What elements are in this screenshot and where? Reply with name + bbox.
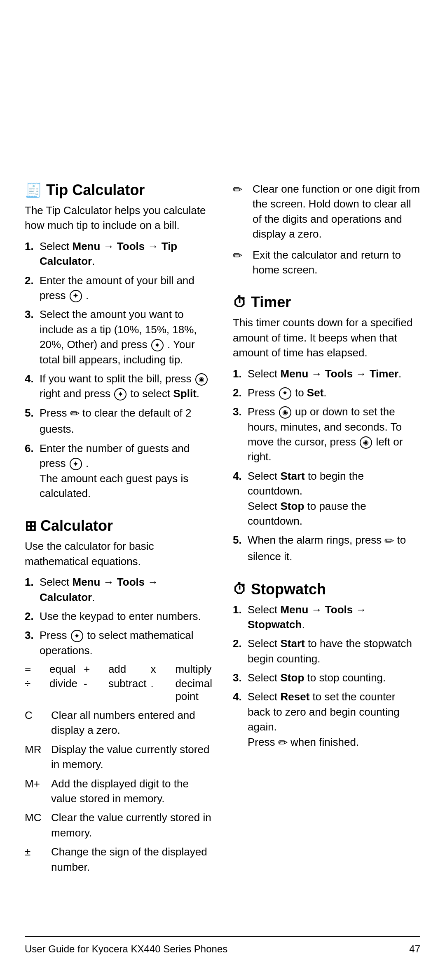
- stopwatch-section: ⏱ Stopwatch 1. Select Menu → Tools → Sto…: [233, 581, 420, 751]
- tip-calculator-section: 🧾 Tip Calculator The Tip Calculator help…: [25, 181, 212, 501]
- ok-icon-step4: ✦: [114, 388, 126, 400]
- stopwatch-title: ⏱ Stopwatch: [233, 581, 420, 598]
- timer-title: ⏱ Timer: [233, 294, 420, 311]
- nav-icon-timer3b: ◉: [360, 436, 372, 449]
- tip-step-2: 2. Enter the amount of your bill and pre…: [25, 273, 212, 303]
- stopwatch-step-2: 2. Select Start to have the stopwatch be…: [233, 636, 420, 666]
- tip-bullet-1: ✏ Clear one function or one digit from t…: [233, 181, 420, 242]
- stopwatch-steps: 1. Select Menu → Tools → Stopwatch. 2. S…: [233, 602, 420, 751]
- footer-rule: [25, 936, 420, 937]
- timer-steps: 1. Select Menu → Tools → Timer. 2. Press…: [233, 366, 420, 564]
- left-column: 🧾 Tip Calculator The Tip Calculator help…: [25, 181, 212, 891]
- tip-step-5: 5. Press ✏ to clear the default of 2 gue…: [25, 405, 212, 437]
- calculator-intro: Use the calculator for basic mathematica…: [25, 539, 212, 569]
- key-mc: MC Clear the value currently stored in m…: [25, 810, 212, 840]
- done-icon: ✏: [278, 735, 288, 751]
- timer-step-1: 1. Select Menu → Tools → Timer.: [233, 366, 420, 381]
- tip-bullet-list: ✏ Clear one function or one digit from t…: [233, 181, 420, 277]
- tip-bullet-section: ✏ Clear one function or one digit from t…: [233, 181, 420, 277]
- two-column-layout: 🧾 Tip Calculator The Tip Calculator help…: [25, 181, 420, 891]
- calculator-icon: ⊞: [25, 518, 36, 534]
- silence-icon: ✏: [384, 533, 394, 549]
- timer-intro: This timer counts down for a specified a…: [233, 315, 420, 360]
- tip-step-6: 6. Enter the number of guests and press …: [25, 441, 212, 501]
- stopwatch-step-3: 3. Select Stop to stop counting.: [233, 670, 420, 685]
- calc-step-2: 2. Use the keypad to enter numbers.: [25, 609, 212, 624]
- ok-icon-step3: ✦: [151, 339, 164, 351]
- stopwatch-step-4: 4. Select Reset to set the counter back …: [233, 689, 420, 751]
- nav-icon-right: ◉: [195, 373, 208, 386]
- key-mplus: M+ Add the displayed digit to the value …: [25, 776, 212, 806]
- right-column: ✏ Clear one function or one digit from t…: [233, 181, 420, 767]
- tip-step-3: 3. Select the amount you want to include…: [25, 307, 212, 367]
- calculator-steps: 1. Select Menu → Tools → Calculator. 2. …: [25, 575, 212, 658]
- calc-step-1: 1. Select Menu → Tools → Calculator.: [25, 575, 212, 605]
- content-area: 🧾 Tip Calculator The Tip Calculator help…: [0, 0, 445, 924]
- calc-step-3: 3. Press ✦ to select mathematical operat…: [25, 628, 212, 658]
- timer-section: ⏱ Timer This timer counts down for a spe…: [233, 294, 420, 564]
- stopwatch-icon: ⏱: [233, 581, 247, 597]
- calculator-title: ⊞ Calculator: [25, 517, 212, 535]
- tip-calculator-heading: Tip Calculator: [46, 181, 145, 199]
- stopwatch-step-1: 1. Select Menu → Tools → Stopwatch.: [233, 602, 420, 632]
- timer-icon: ⏱: [233, 294, 247, 311]
- tip-bullet-2: ✏ Exit the calculator and return to home…: [233, 247, 420, 278]
- pencil-clear-icon: ✏: [233, 181, 248, 198]
- ok-icon-step6: ✦: [70, 458, 82, 470]
- page-footer: User Guide for Kyocera KX440 Series Phon…: [0, 943, 445, 955]
- timer-step-3: 3. Press ◉ up or down to set the hours, …: [233, 404, 420, 464]
- nav-icon-timer3: ◉: [279, 406, 291, 419]
- tip-calculator-steps: 1. Select Menu → Tools → Tip Calculator.…: [25, 239, 212, 501]
- tip-step-4: 4. If you want to split the bill, press …: [25, 371, 212, 401]
- tip-calculator-icon: 🧾: [25, 182, 42, 198]
- operations-table: = equal + add x multiply ÷ divide - subt…: [25, 663, 212, 703]
- ok-icon-timer2: ✦: [279, 387, 291, 400]
- tip-calculator-title: 🧾 Tip Calculator: [25, 181, 212, 199]
- ok-icon-step2: ✦: [70, 290, 82, 302]
- page-number: 47: [409, 943, 420, 955]
- timer-step-2: 2. Press ✦ to Set.: [233, 385, 420, 400]
- stopwatch-heading: Stopwatch: [251, 581, 326, 598]
- clear-icon-step5: ✏: [70, 405, 80, 422]
- timer-step-5: 5. When the alarm rings, press ✏ to sile…: [233, 532, 420, 564]
- timer-heading: Timer: [251, 294, 291, 311]
- tip-step-1: 1. Select Menu → Tools → Tip Calculator.: [25, 239, 212, 269]
- calculator-key-list: C Clear all numbers entered and display …: [25, 708, 212, 874]
- timer-step-4: 4. Select Start to begin the countdown.S…: [233, 469, 420, 529]
- key-mr: MR Display the value currently stored in…: [25, 742, 212, 772]
- calculator-section: ⊞ Calculator Use the calculator for basi…: [25, 517, 212, 874]
- ok-icon-calc-step3: ✦: [71, 630, 83, 642]
- page: 🧾 Tip Calculator The Tip Calculator help…: [0, 0, 445, 980]
- calculator-heading: Calculator: [40, 517, 113, 535]
- key-pm: ± Change the sign of the displayed numbe…: [25, 844, 212, 874]
- key-c: C Clear all numbers entered and display …: [25, 708, 212, 738]
- tip-calculator-intro: The Tip Calculator helps you calculate h…: [25, 203, 212, 233]
- pencil-exit-icon: ✏: [233, 247, 248, 264]
- footer-text: User Guide for Kyocera KX440 Series Phon…: [25, 943, 227, 955]
